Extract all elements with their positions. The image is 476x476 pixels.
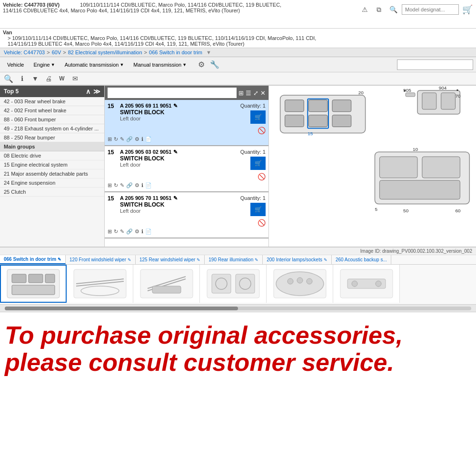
part-icon-info-2[interactable]: ℹ xyxy=(141,182,143,188)
thumb-260[interactable] xyxy=(333,265,400,303)
delete-icon-2[interactable]: 🚫 xyxy=(258,173,266,180)
group-engine-suspension[interactable]: 24 Engine suspension xyxy=(0,178,104,188)
search-icon-top[interactable]: 🔍 xyxy=(387,4,399,15)
part-icon-info-1[interactable]: ℹ xyxy=(141,136,143,142)
toolbar2-word[interactable]: W xyxy=(56,73,68,84)
warning-icon[interactable]: ⚠ xyxy=(359,4,370,15)
part-icon-edit-2[interactable]: ✎ xyxy=(120,182,124,188)
breadcrumb-switch[interactable]: 066 Switch in door trim xyxy=(149,50,202,55)
cart-button-3[interactable]: 🛒 xyxy=(250,203,266,216)
thumb-125[interactable] xyxy=(133,265,200,303)
part-item-3[interactable]: 15 A 205 905 70 11 9051 ✎ SWITCH BLOCK L… xyxy=(105,192,268,238)
cart-icon-top[interactable]: 🛒 xyxy=(462,4,473,15)
part-icon-refresh-2[interactable]: ↻ xyxy=(114,182,118,188)
top5-collapse[interactable]: ∧ xyxy=(86,88,90,95)
header-icon-list[interactable]: ☰ xyxy=(246,89,251,97)
tab-edit-200[interactable]: ✎ xyxy=(324,258,327,262)
main-toolbar: Vehicle Engine ▼ Automatic transmission … xyxy=(0,57,476,72)
part-id-2: A 205 905 03 02 9051 ✎ xyxy=(120,149,238,155)
part-icon-edit-3[interactable]: ✎ xyxy=(120,228,124,235)
breadcrumb-vehicle[interactable]: Vehicle: C447703 xyxy=(4,50,45,55)
part-icon-refresh-3[interactable]: ↻ xyxy=(114,228,118,235)
scrollbar-thumb[interactable] xyxy=(5,307,238,310)
parts-search-input[interactable] xyxy=(108,88,237,98)
model-search-input[interactable] xyxy=(402,4,459,15)
thumb-066[interactable] xyxy=(0,265,67,303)
toolbar2-magnify-plus[interactable]: 🔍 xyxy=(3,73,14,84)
sidebar-item-003[interactable]: 42 - 003 Rear wheel brake xyxy=(0,97,104,106)
breadcrumb-dropdown[interactable]: ▼ xyxy=(206,50,211,55)
delete-icon-1[interactable]: 🚫 xyxy=(258,127,266,134)
thumb-200[interactable] xyxy=(267,265,333,303)
group-electric-drive[interactable]: 08 Electric drive xyxy=(0,151,104,160)
part-icon-grid-1[interactable]: ⊞ xyxy=(108,136,112,142)
part-icon-info-3[interactable]: ℹ xyxy=(141,228,143,235)
sidebar-item-218[interactable]: 49 - 218 Exhaust system on 4-cylinder ..… xyxy=(0,124,104,133)
sidebar-item-060[interactable]: 88 - 060 Front bumper xyxy=(0,115,104,124)
part-pos-1: 15 xyxy=(108,103,117,109)
tab-edit-066[interactable]: ✎ xyxy=(58,257,61,262)
group-engine-electrical[interactable]: 15 Engine electrical system xyxy=(0,160,104,169)
part-icon-doc-3[interactable]: 📄 xyxy=(145,228,152,235)
image-tab-066[interactable]: 066 Switch in door trim ✎ xyxy=(0,255,66,264)
toolbar2-print[interactable]: 🖨 xyxy=(43,73,54,84)
part-icon-doc-2[interactable]: 📄 xyxy=(145,182,152,188)
part-icon-link-1[interactable]: 🔗 xyxy=(126,136,133,142)
part-edit-icon-3[interactable]: ✎ xyxy=(173,195,178,201)
image-tab-260[interactable]: 260 Acoustic backup s... xyxy=(332,255,391,264)
part-icon-grid-3[interactable]: ⊞ xyxy=(108,228,112,235)
toolbar2-info[interactable]: ℹ xyxy=(16,73,28,84)
tab-engine[interactable]: Engine ▼ xyxy=(29,59,59,71)
cart-button-2[interactable]: 🛒 xyxy=(250,157,266,170)
cart-button-1[interactable]: 🛒 xyxy=(250,110,266,124)
tab-edit-120[interactable]: ✎ xyxy=(128,258,131,262)
header-icon-expand[interactable]: ⤢ xyxy=(253,89,258,97)
toolbar2-buttons: 🔍 ℹ ▼ 🖨 W ✉ xyxy=(3,73,81,84)
svg-rect-15 xyxy=(379,157,417,178)
bottom-strip: Image ID: drawing_PV000.002.100.302_vers… xyxy=(0,248,476,305)
breadcrumb-electrical[interactable]: 82 Electrical system/illumination xyxy=(68,50,142,55)
part-icon-edit-1[interactable]: ✎ xyxy=(120,136,124,142)
toolbar-icon-2[interactable]: 🔧 xyxy=(209,59,220,70)
part-icon-settings-2[interactable]: ⚙ xyxy=(135,182,139,188)
copy-icon[interactable]: ⧉ xyxy=(373,4,385,15)
tab-manual-transmission[interactable]: Manual transmission ▼ xyxy=(129,59,191,71)
group-major-assembly[interactable]: 21 Major assembly detachable parts xyxy=(0,169,104,178)
breadcrumb-60v[interactable]: 60V xyxy=(52,50,61,55)
group-clutch[interactable]: 25 Clutch xyxy=(0,188,104,197)
svg-point-38 xyxy=(288,278,293,284)
part-icon-settings-1[interactable]: ⚙ xyxy=(135,136,139,142)
tab-automatic-transmission[interactable]: Automatic transmission ▼ xyxy=(60,59,129,71)
part-icon-doc-1[interactable]: 📄 xyxy=(145,136,152,142)
thumb-190[interactable] xyxy=(200,265,267,303)
image-tab-125[interactable]: 125 Rear windshield wiper ✎ xyxy=(136,255,205,264)
part-icon-link-3[interactable]: 🔗 xyxy=(126,228,133,235)
part-edit-icon-1[interactable]: ✎ xyxy=(173,103,178,109)
toolbar2-filter[interactable]: ▼ xyxy=(30,73,41,84)
thumb-120[interactable] xyxy=(67,265,133,303)
part-item-1[interactable]: 15 A 205 905 69 11 9051 ✎ SWITCH BLOCK L… xyxy=(105,100,268,146)
part-icon-refresh-1[interactable]: ↻ xyxy=(114,136,118,142)
tab-vehicle[interactable]: Vehicle xyxy=(3,59,28,71)
sidebar-item-002[interactable]: 42 - 002 Front wheel brake xyxy=(0,106,104,115)
image-tab-120[interactable]: 120 Front windshield wiper ✎ xyxy=(66,255,136,264)
part-icon-grid-2[interactable]: ⊞ xyxy=(108,182,112,188)
top5-expand[interactable]: ≫ xyxy=(93,88,100,95)
svg-rect-2 xyxy=(308,100,327,112)
header-icon-grid[interactable]: ⊞ xyxy=(238,89,244,97)
image-tab-200[interactable]: 200 Interior lamps/sockets ✎ xyxy=(263,255,332,264)
image-tab-190[interactable]: 190 Rear illumination ✎ xyxy=(205,255,263,264)
delete-icon-3[interactable]: 🚫 xyxy=(258,219,266,227)
part-edit-icon-2[interactable]: ✎ xyxy=(173,149,178,155)
toolbar-search-input[interactable] xyxy=(397,60,473,70)
scrollbar-area[interactable] xyxy=(0,305,476,312)
part-icon-link-2[interactable]: 🔗 xyxy=(126,182,133,188)
toolbar-icon-1[interactable]: ⚙ xyxy=(196,59,207,70)
tab-edit-125[interactable]: ✎ xyxy=(197,258,200,262)
tab-edit-190[interactable]: ✎ xyxy=(255,258,258,262)
part-icon-settings-3[interactable]: ⚙ xyxy=(135,228,139,235)
toolbar2-email[interactable]: ✉ xyxy=(69,73,81,84)
header-icon-close[interactable]: ✕ xyxy=(260,89,266,97)
sidebar-item-250[interactable]: 88 - 250 Rear bumper xyxy=(0,133,104,142)
part-item-2[interactable]: 15 A 205 905 03 02 9051 ✎ SWITCH BLOCK L… xyxy=(105,146,268,192)
